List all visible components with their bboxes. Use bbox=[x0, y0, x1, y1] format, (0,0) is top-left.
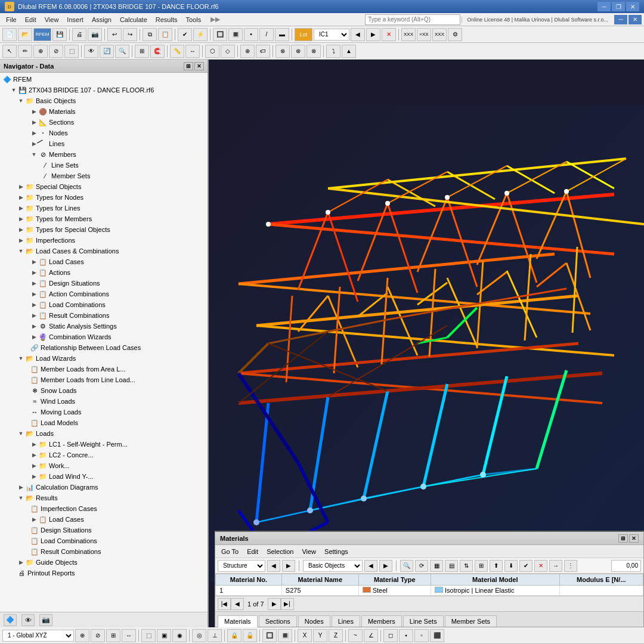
lcc-toggle[interactable]: ▼ bbox=[17, 247, 25, 255]
tlines-toggle[interactable]: ▶ bbox=[17, 204, 25, 212]
mat-menu-goto[interactable]: Go To bbox=[218, 547, 242, 556]
tb-open[interactable]: 📂 bbox=[18, 28, 32, 41]
mat-menu-view[interactable]: View bbox=[298, 547, 320, 556]
tree-res-load-cases[interactable]: ▶ 📋 Load Cases bbox=[0, 514, 208, 525]
mat-group-icon[interactable]: ⊞ bbox=[475, 560, 488, 572]
bt-xyz-x[interactable]: X bbox=[298, 629, 312, 642]
tb2-section-c[interactable]: ⊗ bbox=[306, 45, 321, 58]
bt-xyz-y[interactable]: Y bbox=[313, 629, 327, 642]
tb2-zoom[interactable]: 🔍 bbox=[115, 45, 129, 58]
mat-menu-settings[interactable]: Settings bbox=[321, 547, 352, 556]
cd-toggle[interactable]: ▶ bbox=[17, 483, 25, 491]
tree-results[interactable]: ▼ 📂 Results bbox=[0, 493, 208, 503]
bt-view3[interactable]: ▫ bbox=[414, 629, 429, 642]
sa-toggle[interactable]: ▶ bbox=[30, 322, 38, 330]
mat-menu-edit[interactable]: Edit bbox=[243, 547, 262, 556]
menu-calculate[interactable]: Calculate bbox=[116, 15, 151, 24]
project-toggle[interactable]: ▼ bbox=[10, 86, 18, 94]
tree-lc-wind[interactable]: ▶ 📁 Load Wind Y-... bbox=[0, 471, 208, 482]
mat-restore-btn[interactable]: ⊞ bbox=[618, 534, 628, 543]
tnodes-toggle[interactable]: ▶ bbox=[17, 193, 25, 202]
menu-assign[interactable]: Assign bbox=[88, 15, 115, 24]
nav-close-btn[interactable]: ✕ bbox=[194, 62, 204, 70]
tree-wind[interactable]: ≈ Wind Loads bbox=[0, 396, 208, 407]
lc-toggle[interactable]: ▶ bbox=[30, 258, 38, 266]
mat-row-1[interactable]: 1 S275 Steel Isotropic | Linear Elastic bbox=[216, 586, 643, 596]
sec-toggle[interactable]: ▶ bbox=[30, 118, 38, 126]
tb-lol[interactable]: LoI bbox=[295, 28, 312, 41]
nav-restore-btn[interactable]: ⊞ bbox=[184, 62, 193, 70]
menu-insert[interactable]: Insert bbox=[63, 15, 87, 24]
mat-tab-members[interactable]: Members bbox=[361, 615, 402, 627]
online-minimize[interactable]: ─ bbox=[614, 15, 627, 24]
tb2-tag[interactable]: 🏷 bbox=[256, 45, 270, 58]
menu-view[interactable]: View bbox=[41, 15, 63, 24]
bt-curve[interactable]: ~ bbox=[348, 629, 363, 642]
bt-snap[interactable]: ◎ bbox=[192, 629, 206, 642]
tree-result-combinations[interactable]: ▶ 📋 Result Combinations bbox=[0, 310, 208, 321]
nav-eye-btn[interactable]: 👁 bbox=[21, 614, 35, 626]
tb2-filter[interactable]: ⊕ bbox=[240, 45, 255, 58]
tree-project[interactable]: ▼ 💾 2TX043 BRIDGE 107 - DANCE FLOOR.rf6 bbox=[0, 85, 208, 95]
basic-toggle[interactable]: ▼ bbox=[17, 97, 25, 105]
tree-res-design-sit[interactable]: 📋 Design Situations bbox=[0, 525, 208, 535]
tree-types-lines[interactable]: ▶ 📁 Types for Lines bbox=[0, 203, 208, 213]
bt-perp[interactable]: ⊥ bbox=[208, 629, 222, 642]
imperf-toggle[interactable]: ▶ bbox=[17, 236, 25, 244]
bt-sel2[interactable]: ▣ bbox=[157, 629, 171, 642]
tb-next-ic[interactable]: ▶ bbox=[366, 28, 380, 41]
online-close[interactable]: ✕ bbox=[628, 15, 642, 24]
tree-types-nodes[interactable]: ▶ 📁 Types for Nodes bbox=[0, 192, 208, 203]
tree-comb-wizards[interactable]: ▶ 🔮 Combination Wizards bbox=[0, 332, 208, 342]
tree-lc1[interactable]: ▶ 📁 LC1 - Self-Weight - Perm... bbox=[0, 439, 208, 450]
tb2-select[interactable]: ⬚ bbox=[64, 45, 79, 58]
tb2-supports[interactable]: ▲ bbox=[342, 45, 356, 58]
tree-types-members[interactable]: ▶ 📁 Types for Members bbox=[0, 213, 208, 224]
tb2-member[interactable]: ⊘ bbox=[49, 45, 63, 58]
menu-edit[interactable]: Edit bbox=[21, 15, 40, 24]
mat-tab-sections[interactable]: Sections bbox=[259, 615, 297, 627]
rlc2-toggle[interactable]: ▶ bbox=[30, 515, 38, 524]
tree-lines[interactable]: ▶ / Lines bbox=[0, 138, 208, 149]
mat-x-icon[interactable]: ✕ bbox=[534, 560, 547, 572]
mat-dots-icon[interactable]: ⋮ bbox=[564, 560, 577, 572]
bt-sel3[interactable]: ◉ bbox=[172, 629, 187, 642]
tree-line-sets[interactable]: ∕ Line Sets bbox=[0, 160, 208, 171]
act-toggle[interactable]: ▶ bbox=[30, 268, 38, 277]
ds-toggle[interactable]: ▶ bbox=[30, 279, 38, 287]
close-button[interactable]: ✕ bbox=[626, 2, 639, 11]
bt-sel1[interactable]: ⬚ bbox=[141, 629, 156, 642]
tb-check[interactable]: ✔ bbox=[178, 28, 192, 41]
tree-guide-objects[interactable]: ▶ 📁 Guide Objects bbox=[0, 557, 208, 568]
mat-page-last[interactable]: ▶| bbox=[281, 598, 294, 610]
mat-tab-member-sets[interactable]: Member Sets bbox=[445, 615, 497, 627]
tb2-xray[interactable]: ⬡ bbox=[205, 45, 219, 58]
mat-export-icon[interactable]: ⬆ bbox=[490, 560, 503, 572]
tb-sections[interactable]: ▬ bbox=[275, 28, 289, 41]
cw-toggle[interactable]: ▶ bbox=[30, 333, 38, 341]
tb2-cursor[interactable]: ↖ bbox=[2, 45, 17, 58]
tb2-rotate[interactable]: 🔄 bbox=[100, 45, 114, 58]
bt-view1[interactable]: ◻ bbox=[383, 629, 398, 642]
tree-types-special[interactable]: ▶ 📁 Types for Special Objects bbox=[0, 224, 208, 235]
bt-view2[interactable]: ▪ bbox=[399, 629, 413, 642]
bt-view4[interactable]: ⬛ bbox=[430, 629, 444, 642]
mat-import-icon[interactable]: ⬇ bbox=[504, 560, 518, 572]
tb-nodes[interactable]: • bbox=[244, 28, 258, 41]
mat-value-input[interactable] bbox=[611, 560, 641, 572]
mat-arrow-icon[interactable]: → bbox=[549, 560, 562, 572]
tree-action-combinations[interactable]: ▶ 📋 Action Combinations bbox=[0, 289, 208, 299]
mat-page-prev[interactable]: ◀ bbox=[231, 598, 244, 610]
tb-redo[interactable]: ↪ bbox=[123, 28, 137, 41]
lc3-toggle[interactable]: ▶ bbox=[30, 462, 38, 470]
bt-grid[interactable]: ⊞ bbox=[106, 629, 120, 642]
tb2-loads[interactable]: ⤵ bbox=[326, 45, 340, 58]
tree-lcc[interactable]: ▼ 📂 Load Cases & Combinations bbox=[0, 246, 208, 256]
tree-materials[interactable]: ▶ 🟤 Materials bbox=[0, 106, 208, 117]
bt-dim[interactable]: ↔ bbox=[122, 629, 136, 642]
mat-tab-lines[interactable]: Lines bbox=[332, 615, 360, 627]
tb2-node[interactable]: ⊕ bbox=[33, 45, 48, 58]
tb2-pencil[interactable]: ✏ bbox=[18, 45, 32, 58]
tree-member-loads-line[interactable]: 📋 Member Loads from Line Load... bbox=[0, 374, 208, 385]
lc2-toggle[interactable]: ▶ bbox=[30, 451, 38, 459]
